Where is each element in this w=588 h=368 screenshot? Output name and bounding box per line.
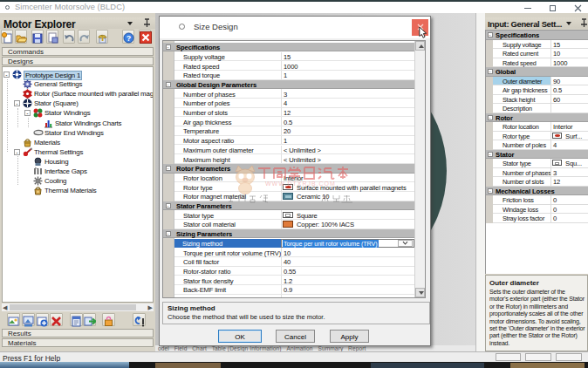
svg-text:?: ? [126,34,132,43]
